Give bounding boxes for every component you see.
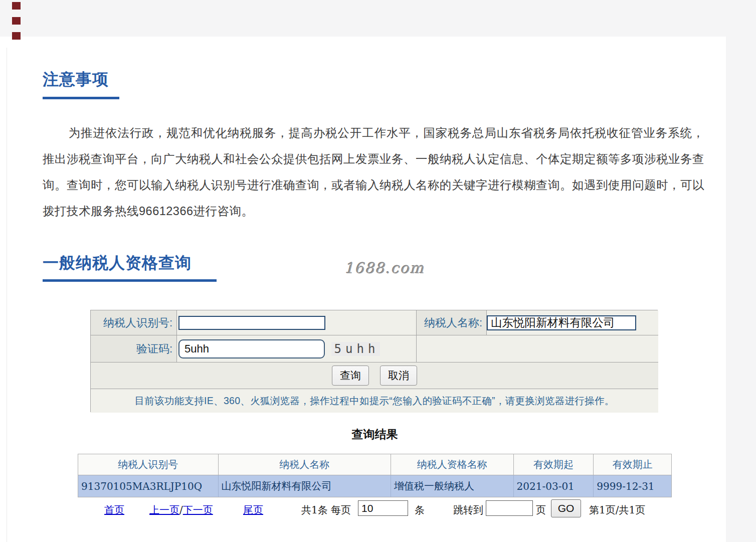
cell-taxpayer-name: 山东悦阳新材料有限公司 <box>219 475 391 497</box>
captcha-input-cell: 5uhh <box>177 335 417 363</box>
top-gray-band <box>0 0 756 37</box>
query-section-title: 一般纳税人资格查询 <box>43 252 192 274</box>
first-page-link[interactable]: 首页 <box>104 504 124 516</box>
taxpayer-id-input-cell <box>177 310 417 335</box>
jump-page-input[interactable] <box>486 500 533 516</box>
per-page-unit: 条 <box>415 503 425 517</box>
query-form-table: 纳税人识别号: 纳税人名称: 验证码: 5uhh 查询 取消 目前该功能支持IE… <box>90 310 658 412</box>
pagination-bar: 首页 上一页/下一页 尾页 共1条 每页 条 跳转到 页 GO 第1页/共1页 <box>0 499 726 520</box>
page-info: 第1页/共1页 <box>589 503 645 517</box>
notice-title-underline <box>43 97 119 99</box>
header-valid-from: 有效期起 <box>514 454 594 475</box>
watermark-1688: 1688.com <box>344 260 425 277</box>
query-title-underline <box>43 279 217 282</box>
notice-title: 注意事项 <box>43 69 109 91</box>
taxpayer-name-input-cell <box>487 310 658 335</box>
per-page-input[interactable] <box>358 500 408 516</box>
header-qualification: 纳税人资格名称 <box>391 454 514 475</box>
top-left-red-mark <box>12 17 21 25</box>
browser-note-row: 目前该功能支持IE、360、火狐浏览器，操作过程中如提示“您输入的验证码不正确”… <box>91 389 658 413</box>
prev-page-link[interactable]: 上一页 <box>149 504 179 516</box>
go-button[interactable]: GO <box>551 499 581 517</box>
content-left-border <box>7 48 7 542</box>
taxpayer-id-label: 纳税人识别号: <box>103 315 172 330</box>
cell-valid-to: 9999-12-31 <box>594 475 671 497</box>
captcha-image[interactable]: 5uhh <box>331 342 380 356</box>
notice-paragraph: 为推进依法行政，规范和优化纳税服务，提高办税公开工作水平，国家税务总局山东省税务… <box>43 120 704 224</box>
form-buttons-row: 查询 取消 <box>91 363 658 389</box>
results-title: 查询结果 <box>78 427 672 442</box>
header-taxpayer-id: 纳税人识别号 <box>78 454 219 475</box>
cell-qualification: 增值税一般纳税人 <box>391 475 514 497</box>
taxpayer-id-input[interactable] <box>178 316 325 330</box>
jump-unit: 页 <box>536 503 546 517</box>
next-page-link[interactable]: 下一页 <box>183 504 213 516</box>
table-row: 91370105MA3RLJP10Q 山东悦阳新材料有限公司 增值税一般纳税人 … <box>78 475 671 497</box>
captcha-label: 验证码: <box>136 341 172 356</box>
total-count-text: 共1条 <box>301 503 328 517</box>
captcha-input[interactable] <box>178 339 325 358</box>
results-header-row: 纳税人识别号 纳税人名称 纳税人资格名称 有效期起 有效期止 <box>78 454 671 475</box>
query-button[interactable]: 查询 <box>332 366 369 386</box>
taxpayer-name-label-cell: 纳税人名称: <box>417 310 487 335</box>
captcha-empty-cell <box>417 335 658 363</box>
taxpayer-id-label-cell: 纳税人识别号: <box>91 310 177 335</box>
page: 注意事项 为推进依法行政，规范和优化纳税服务，提高办税公开工作水平，国家税务总局… <box>0 0 756 542</box>
last-page-link[interactable]: 尾页 <box>243 504 263 516</box>
taxpayer-name-label: 纳税人名称: <box>424 315 482 330</box>
header-valid-to: 有效期止 <box>594 454 671 475</box>
cancel-button[interactable]: 取消 <box>380 366 417 386</box>
cell-valid-from: 2021-03-01 <box>514 475 594 497</box>
header-taxpayer-name: 纳税人名称 <box>219 454 391 475</box>
right-gray-band <box>726 37 756 542</box>
taxpayer-name-input[interactable] <box>487 315 636 330</box>
browser-note: 目前该功能支持IE、360、火狐浏览器，操作过程中如提示“您输入的验证码不正确”… <box>134 394 614 408</box>
jump-label: 跳转到 <box>453 503 483 517</box>
per-page-label: 每页 <box>331 503 351 517</box>
cell-taxpayer-id: 91370105MA3RLJP10Q <box>78 475 219 497</box>
captcha-label-cell: 验证码: <box>91 335 177 363</box>
pagination-slash: / <box>179 504 183 516</box>
top-left-red-mark <box>12 32 21 40</box>
results-table: 纳税人识别号 纳税人名称 纳税人资格名称 有效期起 有效期止 91370105M… <box>78 454 672 497</box>
top-left-red-mark <box>12 2 21 10</box>
